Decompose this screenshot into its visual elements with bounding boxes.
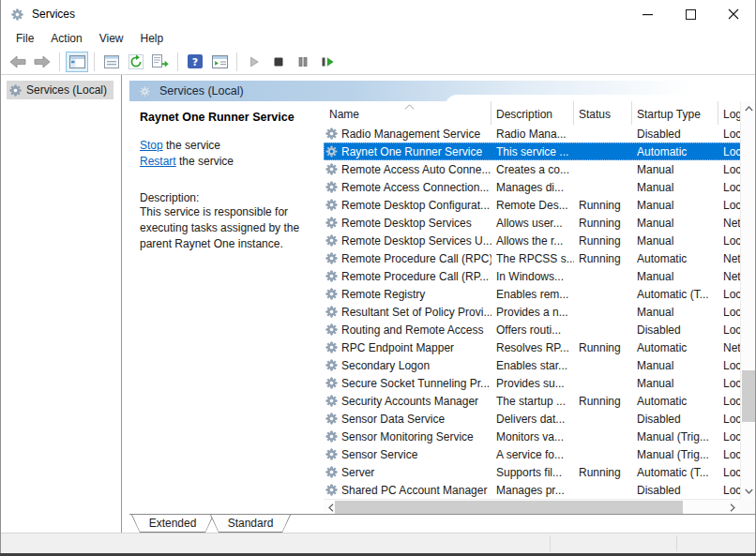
service-gear-icon bbox=[325, 359, 338, 371]
forward-icon bbox=[34, 55, 51, 68]
service-status-cell: Running bbox=[574, 466, 632, 479]
table-row[interactable]: Remote Procedure Call (RP...In Windows..… bbox=[324, 267, 755, 285]
table-row[interactable]: Remote Desktop Services U...Allows the r… bbox=[324, 232, 755, 249]
menu-view[interactable]: View bbox=[91, 30, 132, 47]
show-action-pane-button[interactable] bbox=[208, 52, 231, 72]
table-row[interactable]: Sensor ServiceA service fo...Manual (Tri… bbox=[324, 445, 755, 463]
maximize-button[interactable] bbox=[669, 0, 712, 28]
service-startup-type-cell: Manual bbox=[632, 234, 718, 248]
export-list-button[interactable] bbox=[149, 52, 172, 72]
service-startup-type-cell: Manual bbox=[632, 359, 718, 372]
service-name-cell: Security Accounts Manager bbox=[324, 395, 491, 408]
scroll-down-arrow-icon[interactable] bbox=[741, 484, 755, 499]
table-row[interactable]: Remote RegistryEnables rem...Automatic (… bbox=[324, 285, 755, 303]
service-startup-type-cell: Automatic (T... bbox=[632, 288, 718, 301]
column-header-description[interactable]: Description bbox=[491, 101, 574, 125]
service-startup-type-cell: Manual bbox=[632, 377, 718, 390]
horizontal-scrollbar[interactable] bbox=[324, 499, 740, 514]
service-gear-icon bbox=[325, 252, 338, 264]
service-name-cell: Remote Desktop Configurat... bbox=[324, 199, 491, 212]
table-row[interactable]: Remote Procedure Call (RPC)The RPCSS s..… bbox=[324, 249, 755, 267]
service-name-cell: Raynet One Runner Service bbox=[324, 145, 491, 158]
pane-header: Services (Local) bbox=[129, 81, 755, 101]
toolbar-separator bbox=[177, 53, 178, 71]
main-area: Services (Local) Services (Local) Raynet… bbox=[1, 75, 755, 533]
table-row[interactable]: Sensor Monitoring ServiceMonitors va...M… bbox=[324, 428, 755, 445]
service-status-cell: Running bbox=[574, 234, 632, 248]
service-startup-type-cell: Manual bbox=[632, 306, 718, 319]
table-row[interactable]: Resultant Set of Policy Provi...Provides… bbox=[324, 303, 755, 321]
service-description-cell: This service ... bbox=[491, 145, 574, 158]
table-row[interactable]: Security Accounts ManagerThe startup ...… bbox=[324, 392, 755, 410]
screen: Services File Action View Help ? bbox=[0, 0, 756, 556]
tab-extended[interactable]: Extended bbox=[131, 515, 214, 533]
back-button[interactable] bbox=[7, 52, 29, 72]
pause-service-button[interactable] bbox=[292, 52, 314, 72]
table-row[interactable]: Secondary LogonEnables star...ManualLoca bbox=[324, 356, 755, 374]
table-row[interactable]: Remote Desktop Configurat...Remote Des..… bbox=[324, 196, 755, 214]
service-description-cell: Manages di... bbox=[491, 181, 574, 194]
stop-link[interactable]: Stop bbox=[140, 139, 163, 152]
table-row[interactable]: Radio Management ServiceRadio Mana...Dis… bbox=[324, 125, 755, 143]
service-gear-icon bbox=[325, 341, 338, 353]
service-description-cell: Resolves RP... bbox=[491, 341, 574, 354]
service-startup-type-cell: Automatic bbox=[632, 341, 718, 354]
properties-button[interactable] bbox=[100, 52, 123, 72]
table-row[interactable]: Secure Socket Tunneling Pr...Provides su… bbox=[324, 374, 755, 392]
minimize-button[interactable] bbox=[626, 0, 669, 28]
status-bar bbox=[1, 533, 755, 553]
service-status-cell: Running bbox=[574, 395, 632, 408]
service-gear-icon bbox=[325, 377, 338, 389]
restart-link[interactable]: Restart bbox=[140, 155, 176, 168]
vertical-scrollbar[interactable] bbox=[740, 101, 755, 499]
close-button[interactable] bbox=[712, 0, 755, 28]
vertical-scrollbar-thumb[interactable] bbox=[742, 370, 755, 422]
service-startup-type-cell: Manual bbox=[632, 270, 718, 283]
stop-service-button[interactable] bbox=[267, 52, 290, 72]
service-gear-icon bbox=[325, 413, 338, 425]
table-row[interactable]: Sensor Data ServiceDelivers dat...Disabl… bbox=[324, 410, 755, 428]
service-startup-type-cell: Disabled bbox=[632, 128, 718, 141]
column-header-name[interactable]: Name bbox=[324, 101, 491, 125]
pane-content: Raynet One Runner Service Stop the servi… bbox=[129, 101, 755, 514]
service-description-cell: Remote Des... bbox=[491, 199, 574, 212]
table-row[interactable]: RPC Endpoint MapperResolves RP...Running… bbox=[324, 338, 755, 356]
refresh-button[interactable] bbox=[125, 52, 147, 72]
service-gear-icon bbox=[325, 217, 338, 229]
tab-standard[interactable]: Standard bbox=[210, 515, 291, 533]
table-row[interactable]: Raynet One Runner ServiceThis service ..… bbox=[324, 143, 755, 160]
horizontal-scrollbar-thumb[interactable] bbox=[335, 501, 683, 514]
forward-button[interactable] bbox=[31, 52, 53, 72]
table-row[interactable]: Remote Desktop ServicesAllows user...Run… bbox=[324, 214, 755, 232]
service-gear-icon bbox=[325, 448, 338, 460]
scroll-right-arrow-icon[interactable] bbox=[725, 500, 740, 514]
help-button[interactable]: ? bbox=[184, 52, 206, 72]
service-gear-icon bbox=[325, 181, 338, 193]
column-header-startup-type[interactable]: Startup Type bbox=[632, 101, 718, 125]
table-row[interactable]: ServerSupports fil...RunningAutomatic (T… bbox=[324, 463, 755, 481]
column-header-status[interactable]: Status bbox=[574, 101, 632, 125]
service-startup-type-cell: Automatic (T... bbox=[632, 466, 718, 479]
tree-item-services-local[interactable]: Services (Local) bbox=[7, 81, 113, 99]
table-row[interactable]: Remote Access Auto Conne...Creates a co.… bbox=[324, 160, 755, 178]
service-description-cell: Enables star... bbox=[491, 359, 574, 372]
start-service-button[interactable] bbox=[243, 52, 265, 72]
service-description-cell: The RPCSS s... bbox=[491, 252, 574, 265]
toolbar-separator bbox=[94, 53, 95, 71]
menu-file[interactable]: File bbox=[8, 30, 42, 47]
table-row[interactable]: Remote Access Connection...Manages di...… bbox=[324, 178, 755, 196]
show-console-tree-button[interactable] bbox=[66, 52, 88, 72]
restart-service-button[interactable] bbox=[316, 52, 339, 72]
services-gear-icon bbox=[11, 8, 23, 21]
table-row[interactable]: Shared PC Account ManagerManages pr...Di… bbox=[324, 481, 755, 499]
service-name-cell: RPC Endpoint Mapper bbox=[324, 341, 491, 354]
table-row[interactable]: Routing and Remote AccessOffers routi...… bbox=[324, 321, 755, 338]
menu-help[interactable]: Help bbox=[132, 30, 173, 47]
scroll-up-arrow-icon[interactable] bbox=[741, 101, 755, 116]
service-description-pane: Raynet One Runner Service Stop the servi… bbox=[129, 101, 324, 514]
service-description-cell: In Windows... bbox=[491, 270, 574, 283]
menu-action[interactable]: Action bbox=[42, 30, 90, 47]
stop-line-rest: the service bbox=[163, 139, 220, 152]
service-description-cell: Enables rem... bbox=[491, 288, 574, 301]
service-name-cell: Remote Desktop Services U... bbox=[324, 234, 491, 248]
